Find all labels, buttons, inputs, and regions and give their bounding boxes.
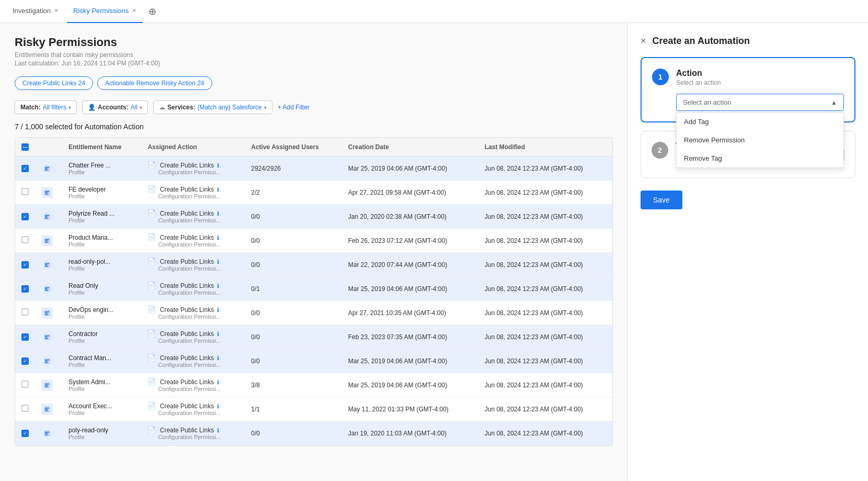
info-icon[interactable]: ℹ (217, 331, 219, 337)
row-checkbox-cell[interactable] (15, 277, 35, 301)
entitlement-subtype: Profile (68, 289, 135, 296)
tab-investigation[interactable]: Investigation ✕ (6, 0, 65, 23)
row-checkbox-cell[interactable] (15, 205, 35, 229)
svg-rect-34 (45, 361, 48, 362)
doc-icon: 📄 (147, 233, 156, 241)
header-checkbox[interactable] (21, 143, 29, 151)
row-creation-date: Apr 27, 2021 09:58 AM (GMT-4:00) (342, 181, 478, 205)
table-row: Contract Man... Profile 📄 Create Public … (15, 349, 612, 373)
col-creation-date[interactable]: Creation Date (342, 138, 478, 156)
svg-rect-15 (45, 242, 48, 243)
svg-rect-21 (45, 287, 49, 288)
row-last-modified: Jun 08, 2024 12:23 AM (GMT-4:00) (478, 325, 612, 349)
info-icon[interactable]: ℹ (217, 307, 219, 313)
action-name: Create Public Links (160, 427, 214, 434)
row-checkbox-cell[interactable] (15, 301, 35, 325)
row-creation-date: Apr 27, 2021 10:35 AM (GMT-4:00) (342, 301, 478, 325)
row-assigned-action: 📄 Create Public Links ℹ Configuration Pe… (141, 181, 245, 205)
actionable-remove-button[interactable]: Actionable Remove Risky Action 24 (97, 76, 212, 90)
option-remove-permission[interactable]: Remove Permission (677, 131, 843, 149)
row-checkbox-cell[interactable] (15, 349, 35, 373)
info-icon[interactable]: ℹ (217, 379, 219, 385)
action-dropdown-menu: Add Tag Remove Permission Remove Tag (676, 112, 844, 168)
tab-risky-permissions-close[interactable]: ✕ (132, 7, 136, 14)
step1-title: Action (676, 69, 844, 78)
close-button[interactable]: × (641, 36, 646, 47)
info-icon[interactable]: ℹ (217, 234, 219, 241)
accounts-filter[interactable]: 👤 Accounts: All ▾ (82, 100, 148, 114)
doc-icon: 📄 (147, 258, 156, 265)
tab-bar: Investigation ✕ Risky Permissions ✕ ⊕ (0, 0, 868, 23)
svg-rect-9 (45, 215, 49, 216)
row-checkbox[interactable] (21, 381, 29, 388)
row-checkbox[interactable] (21, 165, 29, 172)
col-assigned-action[interactable]: Assigned Action (141, 138, 245, 156)
tab-investigation-close[interactable]: ✕ (54, 7, 59, 14)
row-last-modified: Jun 08, 2024 12:23 AM (GMT-4:00) (478, 181, 612, 205)
row-checkbox[interactable] (21, 405, 29, 412)
tab-risky-permissions[interactable]: Risky Permissions ✕ (67, 0, 143, 23)
row-checkbox-cell[interactable] (15, 181, 35, 205)
info-icon[interactable]: ℹ (217, 355, 219, 361)
info-icon[interactable]: ℹ (217, 162, 219, 169)
col-active-users[interactable]: Active Assigned Users (245, 138, 342, 156)
row-checkbox[interactable] (21, 213, 29, 220)
row-checkbox-cell[interactable] (15, 156, 35, 181)
row-checkbox[interactable] (21, 357, 29, 365)
doc-icon: 📄 (147, 426, 156, 434)
svg-rect-31 (45, 338, 48, 339)
col-checkbox[interactable] (15, 138, 35, 156)
row-active-users: 3/8 (245, 373, 342, 397)
row-checkbox-cell[interactable] (15, 253, 35, 277)
option-remove-tag[interactable]: Remove Tag (677, 149, 843, 167)
match-filter[interactable]: Match: All filters ▾ (15, 100, 77, 114)
automation-panel-title: Create an Automation (653, 36, 750, 47)
svg-rect-38 (45, 385, 48, 386)
add-filter-button[interactable]: + Add Filter (278, 104, 310, 111)
info-icon[interactable]: ℹ (217, 403, 219, 409)
action-sub: Configuration Permissi... (158, 217, 238, 223)
row-checkbox-cell[interactable] (15, 373, 35, 397)
row-checkbox[interactable] (21, 285, 29, 293)
info-icon[interactable]: ℹ (217, 427, 219, 433)
row-last-modified: Jun 08, 2024 12:23 AM (GMT-4:00) (478, 373, 612, 397)
option-add-tag[interactable]: Add Tag (677, 113, 843, 131)
row-checkbox-cell[interactable] (15, 421, 35, 445)
info-icon[interactable]: ℹ (217, 283, 219, 289)
row-entitlement-name: Polyrize Read ... Profile (62, 205, 141, 229)
row-checkbox-cell[interactable] (15, 229, 35, 253)
add-tab-button[interactable]: ⊕ (145, 4, 159, 19)
action-sub: Configuration Permissi... (158, 362, 238, 368)
row-checkbox[interactable] (21, 430, 29, 437)
entitlement-icon (41, 307, 53, 319)
action-dropdown[interactable]: Select an action ▲ (676, 94, 844, 111)
row-checkbox[interactable] (21, 333, 29, 341)
table-row: read-only-pol... Profile 📄 Create Public… (15, 253, 612, 277)
table-row: poly-read-only Profile 📄 Create Public L… (15, 421, 612, 445)
svg-rect-14 (45, 240, 48, 241)
action-name: Create Public Links (160, 210, 214, 217)
info-icon[interactable]: ℹ (217, 210, 219, 217)
table-header-row: Entitlement Name Assigned Action Active … (15, 138, 612, 156)
row-checkbox[interactable] (21, 188, 29, 195)
row-checkbox-cell[interactable] (15, 325, 35, 349)
main-layout: Risky Permissions Entitlements that cont… (0, 23, 868, 481)
create-public-links-button[interactable]: Create Public Links 24 (15, 76, 93, 90)
left-panel: Risky Permissions Entitlements that cont… (0, 23, 627, 481)
row-checkbox-cell[interactable] (15, 397, 35, 421)
row-checkbox[interactable] (21, 236, 29, 243)
row-checkbox[interactable] (21, 308, 29, 316)
svg-rect-42 (45, 409, 48, 410)
info-icon[interactable]: ℹ (217, 186, 219, 193)
col-entitlement-name[interactable]: Entitlement Name (62, 138, 141, 156)
save-button[interactable]: Save (641, 191, 682, 209)
row-icon-cell (35, 277, 62, 301)
doc-icon: 📄 (147, 378, 156, 386)
info-icon[interactable]: ℹ (217, 259, 219, 265)
row-icon-cell (35, 229, 62, 253)
row-checkbox[interactable] (21, 261, 29, 269)
col-last-modified[interactable]: Last Modified (478, 138, 612, 156)
table-row: Product Mana... Profile 📄 Create Public … (15, 229, 612, 253)
services-filter[interactable]: ☁ Services: (Match any) Salesforce ▾ (153, 100, 272, 114)
entitlement-subtype: Profile (68, 169, 135, 175)
